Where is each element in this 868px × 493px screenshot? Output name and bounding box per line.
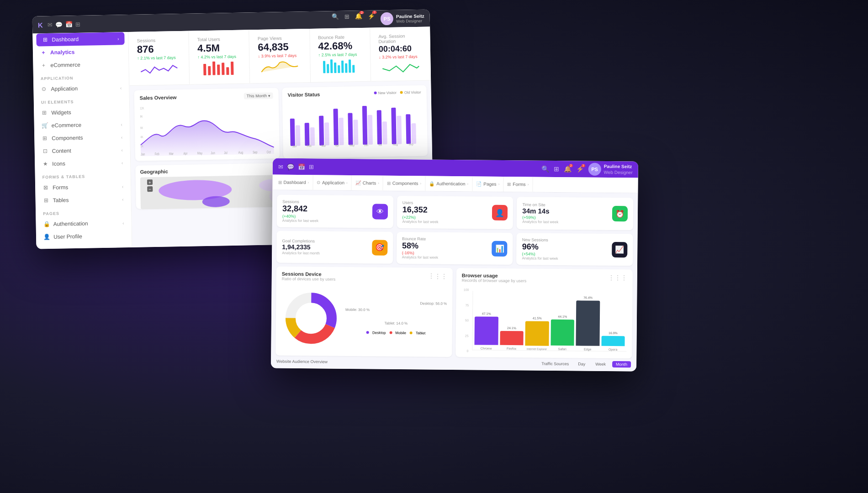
- browser-bar-chart: 47.1% Chrome 24.1% Firefox 41.5%: [472, 291, 627, 352]
- tab-day[interactable]: Day: [574, 361, 589, 367]
- kpi-users-label: Users: [402, 200, 439, 205]
- apps-icon-2[interactable]: ⊞: [554, 165, 559, 173]
- donut-chart-svg: [281, 288, 341, 348]
- sidebar-label-forms: Forms: [53, 184, 68, 191]
- tab-authentication[interactable]: 🔒 Authentication ›: [425, 176, 472, 191]
- opera-val: 16.9%: [609, 331, 618, 335]
- svg-rect-15: [352, 65, 355, 73]
- svg-text:Oct: Oct: [267, 150, 271, 154]
- charts-area: Sales Overview This Month ▾: [129, 80, 432, 165]
- chat-icon-2[interactable]: 💬: [287, 163, 294, 170]
- tab-week[interactable]: Week: [592, 361, 609, 367]
- widgets-icon: ⊞: [41, 110, 48, 116]
- tab-application[interactable]: ⊙ Application ›: [313, 175, 352, 190]
- firefox-bar: [500, 331, 524, 345]
- svg-rect-10: [334, 63, 336, 73]
- search-icon[interactable]: 🔍: [332, 13, 339, 26]
- svg-rect-40: [353, 120, 358, 145]
- tab-dashboard[interactable]: ⊞ Dashboard ›: [274, 175, 313, 190]
- footer-right: Traffic Sources Day Week Month: [541, 361, 631, 368]
- bar-chrome: 47.1% Chrome: [474, 312, 498, 350]
- alert-icon[interactable]: ⚡7: [368, 13, 375, 26]
- sidebar-item-application[interactable]: ⊙ Application ‹: [33, 81, 129, 96]
- kpi-timeonsite-value: 34m 14s: [522, 207, 558, 215]
- sidebar-item-icons[interactable]: ★ Icons ‹: [35, 156, 130, 171]
- kpi-users-value: 16,352: [402, 205, 439, 215]
- sidebar-item-components[interactable]: ⊞ Components ‹: [34, 131, 130, 145]
- sidebar-item-dashboard[interactable]: ⊞ Dashboard ›: [36, 32, 124, 46]
- sidebar-item-ecommerce[interactable]: + eCommerce: [33, 58, 128, 72]
- sales-title: Sales Overview: [140, 94, 177, 100]
- sidebar-item-userprofile[interactable]: 👤 User Profile: [36, 229, 132, 244]
- stat-sessions-value: 876: [137, 43, 181, 55]
- svg-text:May: May: [349, 143, 355, 147]
- search-icon-2[interactable]: 🔍: [541, 165, 549, 173]
- sidebar-item-analytics[interactable]: + Analytics: [33, 45, 128, 59]
- tab-pages[interactable]: 📄 Pages ›: [472, 176, 503, 192]
- stat-pageviews: Page Views 64,835 ↓ 3.9% vs last 7 days: [249, 29, 311, 83]
- calendar-icon[interactable]: 📅: [65, 21, 73, 28]
- sidebar-item-widgets[interactable]: ⊞ Widgets: [34, 105, 129, 120]
- kpi-newsessions-sub: Analytics for last week: [522, 256, 558, 261]
- grid-icon-2[interactable]: ⊞: [309, 163, 314, 170]
- titlebar-right: 🔍 ⊞ 🔔2 ⚡7 PS Pauline Seitz Web Designer: [332, 12, 424, 26]
- sidebar-label-tables: Tables: [53, 197, 69, 204]
- firefox-val: 24.1%: [507, 326, 516, 330]
- svg-rect-37: [333, 109, 339, 145]
- comp-icon-nav: ⊞: [387, 181, 391, 186]
- y-25: 25: [465, 334, 469, 337]
- grid-icon[interactable]: ⊞: [75, 21, 80, 27]
- user-profile-header-2[interactable]: PS Pauline Seitz Web Designer: [588, 163, 633, 176]
- notification-icon[interactable]: 🔔2: [355, 13, 362, 26]
- tab-month[interactable]: Month: [612, 361, 631, 367]
- chevron-cont-icon: ‹: [121, 147, 123, 152]
- chrome-val: 47.1%: [482, 312, 491, 315]
- stat-avgsession: Avg. Session Duration 00:04:60 ↓ 3.2% vs…: [370, 26, 431, 81]
- svg-text:Mar: Mar: [321, 144, 326, 147]
- desktop-legend-label: Desktop: [372, 330, 386, 335]
- mail-icon-2[interactable]: ✉: [278, 163, 283, 170]
- kpi-goals: Goal Completions 1,94,2335 Analytics for…: [276, 231, 393, 264]
- sessions-device-menu[interactable]: ⋮⋮⋮: [428, 273, 447, 285]
- calendar-icon-2[interactable]: 📅: [298, 163, 305, 170]
- sidebar-item-forms[interactable]: ⊠ Forms ‹: [35, 180, 131, 194]
- kpi-newsessions-info: New Sessions 96% (+54%) Analytics for la…: [522, 237, 558, 261]
- stat-sessions: Sessions 876 ↑ 2.1% vs last 7 days: [128, 31, 190, 85]
- svg-rect-2: [212, 62, 216, 75]
- alert-icon-2[interactable]: ⚡7: [576, 165, 584, 173]
- browser-usage-menu[interactable]: ⋮⋮⋮: [608, 274, 627, 287]
- tab-components[interactable]: ⊞ Components ›: [383, 176, 426, 191]
- stat-sessions-label: Sessions: [137, 37, 180, 43]
- notification-icon-2[interactable]: 🔔2: [564, 165, 572, 173]
- tab-authentication-label: Authentication: [436, 181, 465, 187]
- chevron-comp-nav: ›: [420, 181, 422, 185]
- titlebar2-right: 🔍 ⊞ 🔔2 ⚡7 PS Pauline Seitz Web Designer: [541, 163, 633, 176]
- mail-icon[interactable]: ✉: [48, 21, 53, 28]
- svg-rect-3: [217, 65, 220, 75]
- tab-charts[interactable]: 📈 Charts ›: [352, 175, 383, 191]
- apps-icon[interactable]: ⊞: [344, 13, 349, 26]
- sidebar-item-ecommerce2[interactable]: 🛒 eCommerce ‹: [34, 118, 130, 132]
- safari-val: 44.1%: [558, 315, 567, 318]
- opera-name: Opera: [609, 348, 618, 351]
- tab-forms[interactable]: ⊠ Forms ›: [503, 177, 533, 192]
- kpi-sessions-value: 32,842: [282, 204, 318, 214]
- section-app-label: APPLICATION: [33, 70, 129, 83]
- svg-text:Feb: Feb: [155, 152, 159, 156]
- kpi-newsessions-label: New Sessions: [522, 237, 558, 242]
- kpi-timeonsite: Time on Site 34m 14s (+59%) Analytics fo…: [517, 197, 633, 230]
- sidebar-item-authentication[interactable]: 🔒 Authentication ‹: [36, 216, 131, 231]
- user-profile-header[interactable]: PS Pauline Seitz Web Designer: [381, 12, 424, 26]
- kpi-timeonsite-info: Time on Site 34m 14s (+59%) Analytics fo…: [522, 202, 559, 224]
- bar-firefox: 24.1% Firefox: [500, 326, 524, 350]
- sidebar-item-content[interactable]: ⊡ Content ‹: [35, 143, 130, 158]
- sales-filter[interactable]: This Month ▾: [244, 92, 273, 99]
- svg-rect-36: [324, 122, 329, 145]
- chat-icon[interactable]: 💬: [55, 21, 63, 28]
- chevron-app-icon: ‹: [120, 85, 122, 90]
- user-info-2: Pauline Seitz Web Designer: [604, 163, 633, 176]
- home-icon-nav: ⊞: [278, 180, 282, 185]
- chevron-dash-nav: ›: [307, 180, 309, 184]
- visitor-header: Visitor Status New Visitor Old Visitor: [288, 90, 421, 98]
- sidebar-item-tables[interactable]: ⊞ Tables ‹: [35, 193, 131, 207]
